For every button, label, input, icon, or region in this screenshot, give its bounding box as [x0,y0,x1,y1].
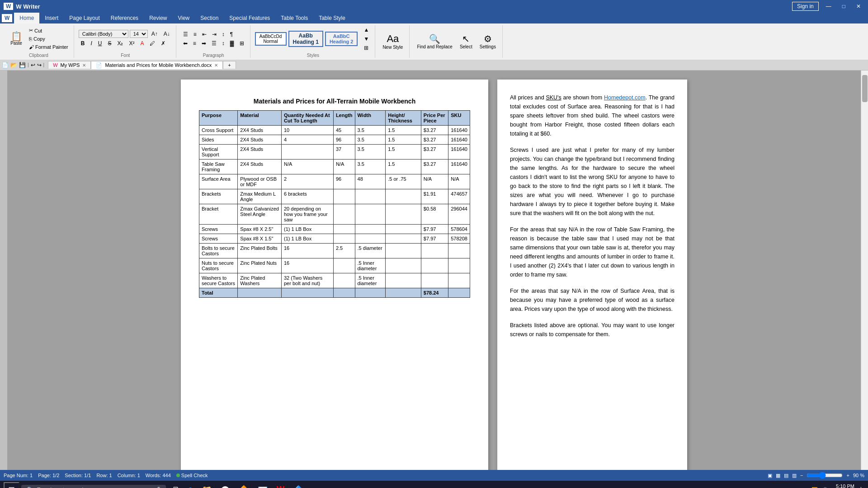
justify-button[interactable]: ☰ [209,39,219,47]
sort-button[interactable]: ↕ [220,30,227,38]
ribbon-tab-section[interactable]: Section [195,13,224,23]
doc-icon1[interactable]: 📄 [2,62,9,68]
strikethrough-button[interactable]: S [105,39,113,47]
table-row: ScrewsSpax #8 X 2.5"(1) 1 LB Box$7.97578… [199,225,470,234]
align-right-button[interactable]: ➡ [199,39,208,47]
tab-document[interactable]: 📄 Materials and Prices for Mobile Workbe… [91,61,223,69]
line-spacing-button[interactable]: ↕ [220,39,227,47]
search-box[interactable]: 🔍 Type here to search 🎤 [21,485,166,488]
styles-expand[interactable]: ⊞ [361,44,371,52]
find-replace-button[interactable]: 🔍 Find and Replace [414,32,455,51]
show-marks-button[interactable]: ¶ [228,30,235,38]
italic-button[interactable]: I [88,39,94,47]
taskbar-app2[interactable]: 📧 [254,483,271,488]
zoom-in-button[interactable]: + [846,473,849,478]
view-icon3[interactable]: ▤ [784,473,788,479]
right-scrollbar[interactable] [861,70,868,470]
taskbar-ie[interactable]: e [184,483,196,488]
border-button[interactable]: ⊞ [237,39,246,47]
window-maximize[interactable]: □ [839,3,849,9]
doc-scroll[interactable]: Materials and Prices for All-Terrain Mob… [7,70,861,470]
table-cell: $3.27 [421,126,448,135]
table-cell [448,288,470,298]
highlight-button[interactable]: 🖊 [147,39,157,47]
new-style-button[interactable]: Aa New Style [380,31,406,52]
tab-mywps[interactable]: W My WPS ✕ [48,61,91,69]
doc-tab-close[interactable]: ✕ [214,63,218,68]
taskbar-chrome[interactable]: ⬤ [217,483,233,488]
cut-button[interactable]: ✂ Cut [27,27,70,34]
view-icon2[interactable]: ▦ [776,473,780,479]
redo-icon[interactable]: ↪ [37,62,42,68]
new-style-label: New Style [382,45,403,50]
indent-increase-button[interactable]: ⇥ [210,30,219,38]
indent-decrease-button[interactable]: ⇤ [200,30,209,38]
ribbon-tab-insert[interactable]: Insert [39,13,64,23]
taskbar-multidesktop[interactable]: ⧉ [170,483,183,488]
taskbar-app3[interactable]: 🔷 [290,483,307,488]
scrollbar-thumb[interactable] [862,75,868,102]
style-heading1[interactable]: AaBbHeading 1 [288,31,323,47]
align-center-button[interactable]: ≡ [191,39,198,47]
add-tab-icon: + [228,62,231,68]
style-heading2[interactable]: AaBbCHeading 2 [325,32,358,46]
style-normal[interactable]: AaBbCcDdNormal [255,32,287,46]
subscript-button[interactable]: X₂ [115,39,125,47]
table-cell [386,234,421,244]
paste-button[interactable]: 📋 Paste [7,30,25,47]
clear-format-button[interactable]: ✗ [159,39,168,47]
ribbon-tab-view[interactable]: View [172,13,195,23]
bold-button[interactable]: B [79,39,87,47]
mywps-close[interactable]: ✕ [82,63,86,68]
select-button[interactable]: ↖ Select [457,32,475,51]
window-close[interactable]: ✕ [853,3,864,9]
table-cell: $3.27 [421,135,448,145]
copy-button[interactable]: ⎘ Copy [27,35,70,42]
taskbar-wps[interactable]: W [273,483,288,488]
tab-add[interactable]: + [223,61,236,69]
taskbar-app1[interactable]: 🔶 [235,483,252,488]
ribbon-tab-home[interactable]: Home [14,13,39,23]
superscript-button[interactable]: X² [127,39,137,47]
right-text: All prices and SKU's are shown from Home… [510,93,675,339]
start-button[interactable]: ⊞ [4,482,19,488]
table-cell: 578604 [448,225,470,234]
sign-in-button[interactable]: Sign in [792,2,819,11]
shading-button[interactable]: ▓ [228,39,236,47]
paragraph-items: ☰ ≡ ⇤ ⇥ ↕ ¶ ⬅ ≡ ➡ ☰ ↕ ▓ ⊞ [181,25,246,52]
clock[interactable]: 5:10 PM 12/7/2017 [832,483,854,488]
view-icon1[interactable]: ▣ [768,473,772,479]
ribbon-tab-table-style[interactable]: Table Style [313,13,351,23]
doc-icon3[interactable]: 💾 [19,62,26,68]
ribbon-tab-special-features[interactable]: Special Features [224,13,275,23]
paste-icon: 📋 [11,32,22,41]
styles-scroll-up[interactable]: ▲ [361,26,371,34]
undo-icon[interactable]: ↩ [31,62,35,68]
underline-button[interactable]: U [96,39,104,47]
ribbon-tab-table-tools[interactable]: Table Tools [275,13,313,23]
unordered-list-button[interactable]: ☰ [181,30,190,38]
ribbon-tab-page-layout[interactable]: Page Layout [64,13,105,23]
doc-icon2[interactable]: 📂 [10,62,17,68]
taskbar-folder[interactable]: 📁 [198,483,215,488]
zoom-out-button[interactable]: − [800,473,803,478]
font-group-label: Font [121,52,130,58]
font-size-select[interactable]: 14 [130,30,148,38]
settings-button[interactable]: ⚙ Settings [477,32,499,51]
align-left-button[interactable]: ⬅ [181,39,190,47]
homedepot-link[interactable]: Homedepot.com [604,94,646,101]
format-painter-button[interactable]: 🖌 Format Painter [27,43,70,51]
ribbon-tab-references[interactable]: References [105,13,144,23]
table-cell: Nuts to secure Castors [199,258,238,273]
font-color-button[interactable]: A [138,39,146,47]
font-family-select[interactable]: Calibri (Body) [79,30,128,38]
ribbon-tab-review[interactable]: Review [144,13,172,23]
font-shrink-button[interactable]: A↓ [161,30,172,38]
view-icon4[interactable]: ▥ [792,473,797,479]
ordered-list-button[interactable]: ≡ [191,30,199,38]
styles-scroll-down[interactable]: ▼ [361,35,371,43]
font-grow-button[interactable]: A↑ [149,30,160,38]
window-minimize[interactable]: — [822,3,835,9]
status-bar: Page Num: 1 Page: 1/2 Section: 1/1 Row: … [0,470,868,481]
zoom-slider[interactable] [807,472,843,479]
